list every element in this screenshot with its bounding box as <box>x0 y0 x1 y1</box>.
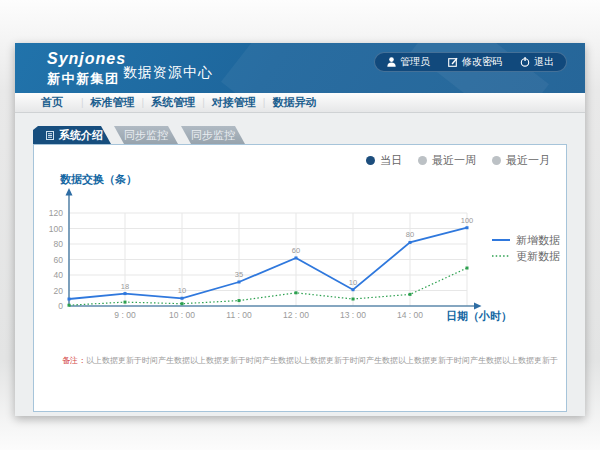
change-password-label: 修改密码 <box>462 55 502 69</box>
svg-text:新增数据: 新增数据 <box>516 234 560 246</box>
current-user-label: 管理员 <box>400 55 430 69</box>
svg-text:100: 100 <box>461 216 474 225</box>
svg-text:11 : 00: 11 : 00 <box>226 310 252 320</box>
period-radio-0[interactable]: 当日 <box>366 153 402 168</box>
radio-dot-icon <box>418 156 427 165</box>
brand-logo-cn: 新中新集团 <box>47 70 126 88</box>
footnote-text: 以上数据更新于时间产生数据以上数据更新于时间产生数据以上数据更新于时间产生数据以… <box>86 356 558 365</box>
svg-text:80: 80 <box>54 239 64 249</box>
change-password-button[interactable]: 修改密码 <box>448 55 502 69</box>
svg-text:100: 100 <box>49 224 63 234</box>
nav-item-2[interactable]: 系统管理 <box>144 95 202 110</box>
tab-bar: 系统介绍同步监控同步监控 <box>33 126 245 144</box>
content-panel: 当日最近一周最近一月 数据交换（条） 0204060801001209 : 00… <box>33 144 567 412</box>
svg-text:80: 80 <box>406 230 414 239</box>
tab-label: 系统介绍 <box>59 129 103 141</box>
radio-dot-icon <box>492 156 501 165</box>
chart-y-axis-title: 数据交换（条） <box>60 172 137 187</box>
power-icon <box>520 57 530 67</box>
nav-item-4[interactable]: 数据异动 <box>265 95 323 110</box>
main-nav: 首页|标准管理|系统管理|对接管理|数据异动 <box>15 93 585 113</box>
user-toolbar: 管理员 修改密码 退出 <box>374 52 567 72</box>
edit-icon <box>448 57 458 67</box>
content-area: 系统介绍同步监控同步监控 当日最近一周最近一月 数据交换（条） 02040608… <box>15 114 585 416</box>
nav-item-3[interactable]: 对接管理 <box>205 95 263 110</box>
svg-text:20: 20 <box>54 286 64 296</box>
period-radio-1[interactable]: 最近一周 <box>418 153 476 168</box>
svg-text:10 : 00: 10 : 00 <box>169 310 195 320</box>
app-header: Synjones 新中新集团 数据资源中心 管理员 修改密码 退出 <box>15 43 585 93</box>
svg-text:60: 60 <box>292 246 300 255</box>
tab-0[interactable]: 系统介绍 <box>33 126 111 144</box>
radio-dot-icon <box>366 156 375 165</box>
svg-text:10: 10 <box>349 278 357 287</box>
brand-logo-en: Synjones <box>47 50 126 68</box>
svg-text:40: 40 <box>54 270 64 280</box>
footnote-prefix: 备注： <box>62 356 86 365</box>
page-title: 数据资源中心 <box>123 64 213 82</box>
svg-text:12 : 00: 12 : 00 <box>283 310 309 320</box>
radio-label: 最近一周 <box>432 153 476 168</box>
svg-text:14 : 00: 14 : 00 <box>397 310 423 320</box>
logout-label: 退出 <box>534 55 554 69</box>
svg-text:0: 0 <box>58 301 63 311</box>
tab-label: 同步监控 <box>191 129 235 141</box>
current-user[interactable]: 管理员 <box>387 55 430 69</box>
svg-text:更新数据: 更新数据 <box>516 250 560 262</box>
svg-text:10: 10 <box>178 286 186 295</box>
line-chart: 0204060801001209 : 0010 : 0011 : 0012 : … <box>34 187 568 347</box>
svg-text:60: 60 <box>54 255 64 265</box>
radio-label: 最近一月 <box>506 153 550 168</box>
tab-2[interactable]: 同步监控 <box>181 126 245 144</box>
svg-text:120: 120 <box>49 208 63 218</box>
brand-logo: Synjones 新中新集团 <box>47 50 126 88</box>
radio-label: 当日 <box>380 153 402 168</box>
tab-label: 同步监控 <box>124 129 168 141</box>
svg-text:日期（小时）: 日期（小时） <box>446 310 512 323</box>
period-selector: 当日最近一周最近一月 <box>366 153 550 168</box>
svg-text:35: 35 <box>235 270 243 279</box>
document-icon <box>46 127 54 145</box>
svg-text:13 : 00: 13 : 00 <box>340 310 366 320</box>
nav-item-1[interactable]: 标准管理 <box>84 95 142 110</box>
app-window: Synjones 新中新集团 数据资源中心 管理员 修改密码 退出 首页|标 <box>15 43 585 416</box>
user-icon <box>387 57 396 67</box>
footnote: 备注：以上数据更新于时间产生数据以上数据更新于时间产生数据以上数据更新于时间产生… <box>62 355 558 366</box>
svg-text:9 : 00: 9 : 00 <box>114 310 136 320</box>
logout-button[interactable]: 退出 <box>520 55 554 69</box>
tab-1[interactable]: 同步监控 <box>114 126 178 144</box>
svg-text:18: 18 <box>121 282 129 291</box>
nav-item-0[interactable]: 首页 <box>23 95 81 110</box>
period-radio-2[interactable]: 最近一月 <box>492 153 550 168</box>
